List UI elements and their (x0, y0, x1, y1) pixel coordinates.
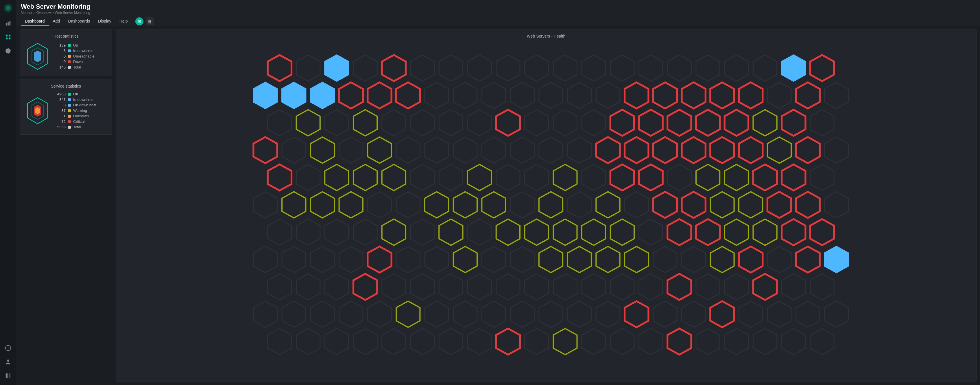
hex-r5-c14[interactable] (653, 192, 677, 218)
hex-r7-c11-yellow[interactable] (568, 247, 591, 273)
hex-r3-c9[interactable] (511, 137, 534, 163)
hex-r5-c4[interactable] (368, 192, 391, 218)
hex-r6-c18[interactable] (782, 219, 805, 245)
hex-r9-c6[interactable] (425, 301, 449, 328)
hex-r0-c4[interactable] (382, 55, 406, 81)
hex-r3-c13[interactable] (625, 137, 648, 163)
hex-r7-c6[interactable] (425, 247, 449, 273)
hex-r0-c9[interactable] (525, 55, 548, 81)
sidebar-item-info[interactable] (0, 341, 16, 355)
hex-r10-c10-yellow[interactable] (553, 329, 577, 355)
hex-r1-c10[interactable] (539, 83, 563, 109)
hex-r9-c20[interactable] (824, 301, 848, 328)
hex-r4-c8[interactable] (496, 164, 520, 191)
hex-r5-c3-yellow[interactable] (339, 192, 363, 218)
hex-r2-c5[interactable] (410, 110, 434, 136)
hex-r2-c16[interactable] (725, 110, 748, 136)
hex-r0-c16[interactable] (725, 55, 748, 81)
hex-r1-c14[interactable] (653, 83, 677, 109)
hex-r8-c4[interactable] (382, 274, 406, 300)
hex-r9-c18[interactable] (767, 301, 791, 328)
hex-r5-c15[interactable] (682, 192, 706, 218)
logo[interactable]: T (0, 0, 16, 16)
hex-r4-c16-yellow[interactable] (725, 164, 748, 191)
hex-r8-c9[interactable] (525, 274, 548, 300)
hex-r3-c20[interactable] (824, 137, 848, 163)
hex-r6-c12-yellow[interactable] (611, 219, 634, 245)
hex-r3-c0[interactable] (253, 137, 277, 163)
hex-r3-c6[interactable] (425, 137, 449, 163)
hex-r1-c0-blue[interactable] (253, 83, 277, 109)
hex-r3-c10[interactable] (539, 137, 563, 163)
hex-r7-c3[interactable] (339, 247, 363, 273)
hex-r8-c3[interactable] (353, 274, 377, 300)
hex-r5-c0[interactable] (253, 192, 277, 218)
hex-r0-c15[interactable] (696, 55, 720, 81)
hex-r4-c4-yellow[interactable] (382, 164, 406, 191)
hex-r10-c5[interactable] (410, 329, 434, 355)
hex-r6-c4-yellow[interactable] (382, 219, 406, 245)
hex-r10-c2[interactable] (325, 329, 348, 355)
hex-r7-c9[interactable] (511, 247, 534, 273)
hex-r9-c5-yellow[interactable] (396, 301, 420, 328)
hex-r9-c19[interactable] (796, 301, 820, 328)
hex-r1-c6[interactable] (425, 83, 449, 109)
hex-r5-c10-yellow[interactable] (539, 192, 563, 218)
sidebar-item-grid[interactable] (0, 30, 16, 44)
hex-r3-c11[interactable] (568, 137, 591, 163)
hex-r8-c6[interactable] (439, 274, 463, 300)
hex-r7-c17[interactable] (739, 247, 762, 273)
hex-r7-c8[interactable] (482, 247, 506, 273)
hex-r3-c17[interactable] (739, 137, 762, 163)
hex-r7-c0[interactable] (253, 247, 277, 273)
hex-r5-c16-yellow[interactable] (710, 192, 734, 218)
hex-r0-c7[interactable] (468, 55, 491, 81)
nav-help[interactable]: Help (115, 17, 132, 26)
hex-r0-c17[interactable] (753, 55, 777, 81)
hex-r8-c1[interactable] (296, 274, 320, 300)
hex-r7-c1[interactable] (282, 247, 305, 273)
hex-r0-c1[interactable] (296, 55, 320, 81)
hex-r1-c7[interactable] (453, 83, 477, 109)
hex-r4-c10-yellow[interactable] (553, 164, 577, 191)
hex-r6-c9-yellow[interactable] (525, 219, 548, 245)
hex-r9-c16[interactable] (710, 301, 734, 328)
hex-r2-c19[interactable] (810, 110, 834, 136)
hex-r1-c8[interactable] (482, 83, 506, 109)
hex-r5-c8-yellow[interactable] (482, 192, 506, 218)
hex-r8-c19[interactable] (810, 274, 834, 300)
hex-r10-c9[interactable] (525, 329, 548, 355)
hex-r4-c11[interactable] (582, 164, 606, 191)
hex-r1-c19[interactable] (796, 83, 820, 109)
hex-r2-c6[interactable] (439, 110, 463, 136)
hex-r1-c3[interactable] (339, 83, 363, 109)
hex-r9-c9[interactable] (511, 301, 534, 328)
hex-r0-c14[interactable] (667, 55, 691, 81)
hex-r7-c7-yellow[interactable] (453, 247, 477, 273)
hex-r4-c17[interactable] (753, 164, 777, 191)
hex-r6-c11-yellow[interactable] (582, 219, 606, 245)
hex-r6-c8-yellow[interactable] (496, 219, 520, 245)
nav-display[interactable]: Display (94, 17, 115, 26)
hex-r2-c10[interactable] (553, 110, 577, 136)
hex-r10-c7[interactable] (468, 329, 491, 355)
hex-r1-c15[interactable] (682, 83, 706, 109)
hex-r3-c5[interactable] (396, 137, 420, 163)
hex-r6-c16-yellow[interactable] (725, 219, 748, 245)
hex-r5-c5[interactable] (396, 192, 420, 218)
hex-r4-c9[interactable] (525, 164, 548, 191)
hex-r1-c11[interactable] (568, 83, 591, 109)
hex-r5-c19[interactable] (796, 192, 820, 218)
hex-r1-c1-blue[interactable] (282, 83, 305, 109)
hex-r3-c7[interactable] (453, 137, 477, 163)
hex-r8-c14[interactable] (667, 274, 691, 300)
hex-r0-c13[interactable] (639, 55, 662, 81)
hex-r6-c6-yellow[interactable] (439, 219, 463, 245)
hex-r0-c11[interactable] (582, 55, 606, 81)
hex-r9-c7[interactable] (453, 301, 477, 328)
hex-r8-c15[interactable] (696, 274, 720, 300)
hex-r0-c8[interactable] (496, 55, 520, 81)
sidebar-item-toggle[interactable] (0, 369, 16, 383)
hex-r2-c13[interactable] (639, 110, 662, 136)
hex-r8-c17[interactable] (753, 274, 777, 300)
